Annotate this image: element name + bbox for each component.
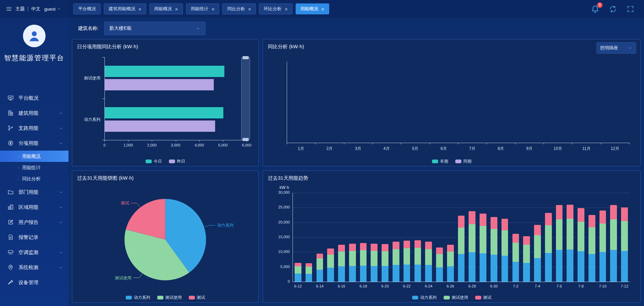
bar-segment-动力系列 (621, 251, 628, 282)
panel-title: 同比分析 (kW·h) (268, 43, 635, 50)
bullet-icon: · (18, 176, 20, 181)
legend-item-测试[interactable]: 测试 (475, 295, 492, 301)
legend-item-同期[interactable]: 同期 (455, 158, 472, 164)
refresh-icon[interactable] (609, 5, 617, 13)
alarm-icon (8, 234, 14, 240)
building-name-label: 建筑名称: (78, 25, 99, 31)
fullscreen-icon[interactable] (627, 5, 634, 13)
menu-toggle-icon[interactable] (5, 6, 12, 12)
datazoom-handle-top[interactable] (243, 56, 249, 59)
legend-marker (455, 160, 461, 163)
sidebar-item-报警记录[interactable]: 报警记录 (0, 230, 69, 245)
legend-item-今日[interactable]: 今日 (146, 158, 162, 164)
tab-建筑用能概况[interactable]: 建筑用能概况× (104, 3, 146, 14)
chevron-down-icon (59, 250, 63, 254)
avatar[interactable] (23, 25, 46, 47)
x-axis-label: 7-8 (573, 284, 589, 288)
language-label[interactable]: 中文 (31, 6, 40, 12)
legend-item-动力系列[interactable]: 动力系列 (412, 295, 437, 301)
tab-用能统计[interactable]: 用能统计× (186, 3, 220, 14)
bar-segment-动力系列 (317, 270, 323, 282)
bar-segment-测试 (349, 244, 356, 251)
pie-label-line (131, 203, 140, 207)
x-axis-tick (176, 140, 176, 142)
theme-label[interactable]: 主题 (15, 6, 25, 12)
user-menu[interactable]: guest (44, 7, 61, 12)
sidebar-item-平台概况[interactable]: 平台概况 (0, 90, 69, 105)
app-title: 智慧能源管理平台 (0, 53, 69, 63)
legend-item-测试使用[interactable]: 测试使用 (444, 295, 468, 301)
bar-segment-测试使用 (338, 252, 345, 266)
sidebar-subitem-同比分析[interactable]: ·同比分析 (0, 173, 69, 184)
sidebar-item-分项用能[interactable]: 分项用能 (0, 136, 69, 151)
legend-label: 动力系列 (420, 295, 437, 301)
chevron-down-icon (57, 7, 61, 11)
bar-segment-测试 (404, 241, 410, 248)
x-axis-label: 6-14 (311, 284, 328, 288)
legend-item-测试[interactable]: 测试 (189, 295, 205, 301)
sidebar-item-系统检测[interactable]: 系统检测 (0, 260, 69, 275)
tab-close-icon[interactable]: × (212, 7, 215, 12)
bar-segment-测试 (393, 242, 399, 249)
sidebar-item-label: 设备管理 (18, 279, 38, 286)
legend: 今日昨日 (72, 158, 258, 164)
x-axis-label: 6-28 (464, 284, 480, 288)
y-axis-unit: kW·h (280, 185, 289, 190)
sidebar-item-部门用能[interactable]: 部门用能 (0, 184, 69, 200)
sidebar-item-label: 报警记录 (18, 234, 38, 241)
pie-svg: 动力系列测试使用测试 (77, 184, 253, 293)
bar-segment-测试使用 (567, 219, 573, 250)
daily-compare-chart: 01,0002,0003,0004,0005,0006,000测试使用动力系列 (77, 53, 253, 157)
legend-item-动力系列[interactable]: 动力系列 (126, 295, 150, 301)
legend-item-昨日[interactable]: 昨日 (169, 158, 185, 164)
sidebar-subitem-用能统计[interactable]: ·用能统计 (0, 162, 69, 173)
sidebar-item-区域用能[interactable]: 区域用能 (0, 200, 69, 215)
legend-item-测试使用[interactable]: 测试使用 (157, 295, 182, 301)
sidebar-item-支路用能[interactable]: 支路用能 (0, 120, 69, 136)
x-axis-label: 6-26 (442, 284, 459, 288)
bar-segment-测试 (360, 243, 367, 250)
tab-close-icon[interactable]: × (248, 7, 251, 12)
sidebar-subitem-label: 用能概况 (22, 153, 41, 160)
sidebar-item-建筑用能[interactable]: 建筑用能 (0, 105, 69, 120)
tab-同比分析[interactable]: 同比分析× (222, 3, 256, 14)
bar-segment-测试 (545, 213, 552, 225)
tab-环比分析[interactable]: 环比分析× (259, 3, 293, 14)
bar-segment-动力系列 (425, 265, 432, 282)
legend-label: 测试使用 (165, 295, 182, 301)
x-axis-label: 6,000 (237, 143, 256, 147)
filter-bar: 建筑名称: 新大楼E栋 (69, 18, 644, 39)
datazoom-handle-bottom[interactable] (243, 138, 249, 141)
legend: 本期同期 (263, 158, 640, 164)
legend-item-本期[interactable]: 本期 (432, 158, 448, 164)
panel-daily-compare: 日分项用能同比分析 (kW·h) 01,0002,0003,0004,0005,… (72, 39, 259, 166)
building-select[interactable]: 新大楼E栋 (104, 22, 206, 35)
bar-segment-测试 (556, 205, 563, 219)
legend-marker (444, 296, 450, 299)
tab-close-icon[interactable]: × (321, 7, 324, 12)
sidebar-item-空调监测[interactable]: 空调监测 (0, 245, 69, 260)
bar-segment-动力系列 (491, 255, 497, 282)
bar-segment-动力系列 (458, 254, 465, 282)
tab-close-icon[interactable]: × (175, 7, 178, 12)
sidebar-subitem-用能概况[interactable]: ·用能概况 (0, 151, 69, 162)
tab-close-icon[interactable]: × (285, 7, 288, 12)
bar-segment-测试 (458, 216, 465, 228)
category-select-value: 照明插座 (600, 45, 618, 51)
bar-segment-测试使用 (534, 235, 541, 258)
tab-close-icon[interactable]: × (138, 7, 141, 12)
tab-用能概况[interactable]: 用能概况× (149, 3, 183, 14)
bar-segment-测试 (425, 242, 432, 249)
datazoom-slider[interactable] (241, 57, 250, 140)
notifications-button[interactable]: 0 (591, 5, 599, 13)
sidebar: 智慧能源管理平台 平台概况建筑用能支路用能分项用能·用能概况·用能统计·同比分析… (0, 18, 69, 306)
category-select[interactable]: 照明插座 (596, 42, 636, 54)
tab-用能概况[interactable]: 用能概况× (296, 3, 329, 14)
bar-segment-动力系列 (567, 250, 573, 282)
tab-平台概况[interactable]: 平台概况 (73, 3, 101, 14)
sidebar-item-用户报告[interactable]: 用户报告 (0, 215, 69, 230)
panel-pie: 过去31天用能饼图 (kW·h) 动力系列测试使用测试 动力系列测试使用测试 (72, 170, 259, 303)
bar-segment-测试 (512, 234, 519, 243)
sidebar-item-设备管理[interactable]: 设备管理 (0, 275, 69, 290)
bar-segment-测试使用 (317, 258, 323, 270)
